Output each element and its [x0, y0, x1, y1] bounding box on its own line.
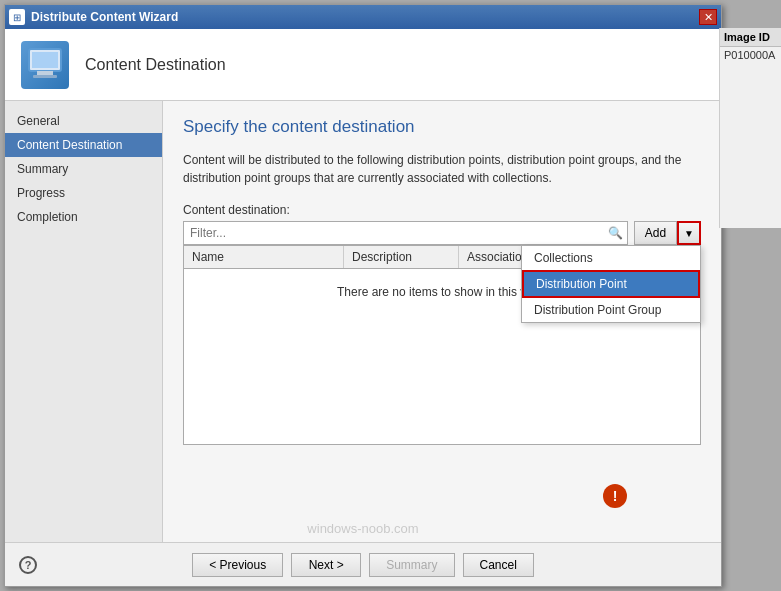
header-title: Content Destination: [85, 56, 226, 74]
page-title: Specify the content destination: [183, 117, 701, 137]
warning-icon: !: [603, 484, 627, 508]
header-icon: [21, 41, 69, 89]
col-name: Name: [184, 246, 344, 268]
search-icon: 🔍: [608, 226, 623, 240]
right-panel-row: P010000A: [720, 47, 781, 63]
content-area: Specify the content destination Content …: [163, 101, 721, 586]
main-area: General Content Destination Summary Prog…: [5, 101, 721, 586]
sidebar-item-content-destination[interactable]: Content Destination: [5, 133, 162, 157]
no-items-text: There are no items to show in this view.: [337, 285, 547, 299]
title-bar: ⊞ Distribute Content Wizard ✕: [5, 5, 721, 29]
right-panel: Image ID P010000A: [719, 28, 781, 228]
filter-input-wrap: 🔍: [183, 221, 628, 245]
sidebar-item-summary[interactable]: Summary: [5, 157, 162, 181]
description-text: Content will be distributed to the follo…: [183, 151, 701, 187]
svg-rect-1: [32, 52, 58, 68]
add-button-wrap: Add ▼ Collections Distribution Point Dis…: [634, 221, 701, 245]
dropdown-menu: Collections Distribution Point Distribut…: [521, 245, 701, 323]
previous-button[interactable]: < Previous: [192, 553, 283, 577]
help-icon[interactable]: ?: [19, 556, 37, 574]
sidebar-item-progress[interactable]: Progress: [5, 181, 162, 205]
col-description: Description: [344, 246, 459, 268]
app-icon: ⊞: [9, 9, 25, 25]
dropdown-item-collections[interactable]: Collections: [522, 246, 700, 270]
svg-rect-3: [33, 75, 57, 78]
right-panel-header: Image ID: [720, 28, 781, 47]
add-button[interactable]: Add: [634, 221, 677, 245]
cancel-button[interactable]: Cancel: [463, 553, 534, 577]
add-dropdown-arrow[interactable]: ▼: [677, 221, 701, 245]
dropdown-item-distribution-point[interactable]: Distribution Point: [522, 270, 700, 298]
content-destination-label: Content destination:: [183, 203, 701, 217]
close-button[interactable]: ✕: [699, 9, 717, 25]
summary-button[interactable]: Summary: [369, 553, 454, 577]
filter-input[interactable]: [183, 221, 628, 245]
filter-row: 🔍 Add ▼ Collections Distribution Point D…: [183, 221, 701, 245]
sidebar-item-completion[interactable]: Completion: [5, 205, 162, 229]
main-window: ⊞ Distribute Content Wizard ✕ Content De…: [4, 4, 722, 587]
sidebar: General Content Destination Summary Prog…: [5, 101, 163, 586]
bottom-bar: ? < Previous Next > Summary Cancel: [5, 542, 721, 586]
sidebar-item-general[interactable]: General: [5, 109, 162, 133]
svg-rect-2: [37, 71, 53, 75]
header-banner: Content Destination: [5, 29, 721, 101]
window-title: Distribute Content Wizard: [31, 10, 178, 24]
dropdown-item-distribution-point-group[interactable]: Distribution Point Group: [522, 298, 700, 322]
next-button[interactable]: Next >: [291, 553, 361, 577]
